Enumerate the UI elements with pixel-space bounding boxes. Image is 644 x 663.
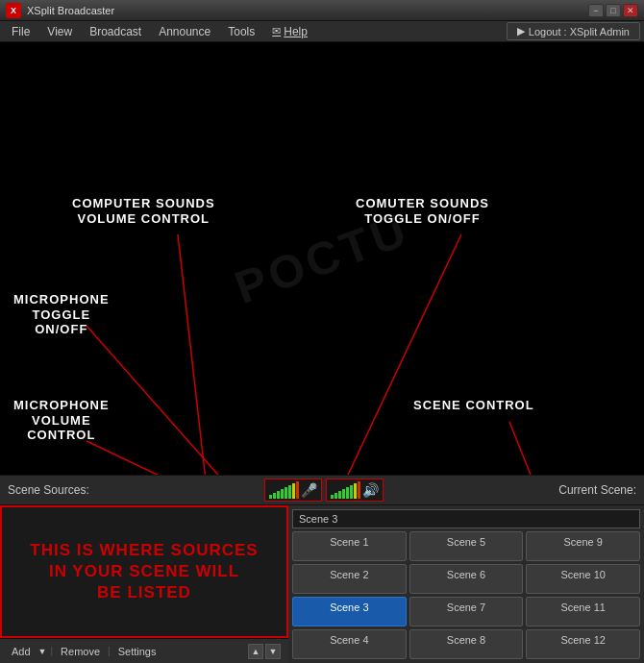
menu-help[interactable]: ✉ Help xyxy=(264,23,315,40)
title-bar: X XSplit Broadcaster − □ ✕ xyxy=(0,0,644,21)
scene-button-6[interactable]: Scene 10 xyxy=(526,564,640,594)
source-list-area: THIS IS WHERE SOURCESIN YOUR SCENE WILLB… xyxy=(0,505,288,638)
menu-announce[interactable]: Announce xyxy=(151,23,218,40)
vol-bar-3 xyxy=(277,491,280,499)
bottom-left-panel: THIS IS WHERE SOURCESIN YOUR SCENE WILLB… xyxy=(0,505,288,663)
annotation-scene-control: SCENE CONTROL xyxy=(413,398,534,413)
annotation-computer-sounds-toggle: COMUTER SOUNDSTOGGLE ON/OFF xyxy=(356,196,489,226)
vol-bar-7 xyxy=(292,483,295,499)
vol-bar-4 xyxy=(281,489,284,499)
scene-button-2[interactable]: Scene 5 xyxy=(409,531,524,561)
svol-bar-7 xyxy=(354,483,357,499)
scene-button-7[interactable]: Scene 3 xyxy=(292,597,407,626)
scene-button-1[interactable]: Scene 1 xyxy=(292,531,407,561)
logout-text: Logout : XSplit Admin xyxy=(529,26,630,37)
svol-bar-3 xyxy=(338,491,341,499)
vol-bar-2 xyxy=(273,493,276,499)
logout-icon: ▶ xyxy=(517,25,525,37)
control-bar: Scene Sources: 🎤 xyxy=(0,475,644,505)
scroll-buttons: ▲ ▼ xyxy=(248,644,281,659)
microphone-icon[interactable]: 🎤 xyxy=(301,482,317,498)
current-scene-label: Current Scene: xyxy=(558,483,636,497)
menu-items: File View Broadcast Announce Tools ✉ Hel… xyxy=(4,23,315,40)
mic-volume-bars xyxy=(269,481,299,499)
settings-button[interactable]: Settings xyxy=(114,645,161,658)
scene-button-5[interactable]: Scene 6 xyxy=(409,564,524,594)
scene-button-3[interactable]: Scene 9 xyxy=(526,531,640,561)
menu-broadcast[interactable]: Broadcast xyxy=(82,23,149,40)
scene-button-11[interactable]: Scene 8 xyxy=(409,629,524,659)
vol-bar-5 xyxy=(285,487,287,499)
menu-view[interactable]: View xyxy=(39,23,80,40)
menu-tools[interactable]: Tools xyxy=(220,23,262,40)
scene-button-9[interactable]: Scene 11 xyxy=(526,597,640,626)
annotation-mic-volume: MICROPHONEVOLUMECONTROL xyxy=(13,398,110,443)
title-bar-left: X XSplit Broadcaster xyxy=(6,3,114,18)
annotation-mic-toggle: MICROPHONETOGGLEON/OFF xyxy=(13,292,110,337)
scenes-grid: Scene 1Scene 5Scene 9Scene 2Scene 6Scene… xyxy=(292,531,640,659)
source-footer: Add ▼ | Remove | Settings ▲ ▼ xyxy=(0,638,288,663)
svg-line-0 xyxy=(178,234,207,475)
app-icon: X xyxy=(6,3,21,18)
remove-button[interactable]: Remove xyxy=(57,645,104,658)
volume-controls: 🎤 🔊 xyxy=(264,479,384,502)
title-text: XSplit Broadcaster xyxy=(27,5,114,16)
annotation-computer-sounds-volume: COMPUTER SOUNDSVOLUME CONTROL xyxy=(72,196,215,226)
svg-line-3 xyxy=(87,441,187,475)
svg-line-4 xyxy=(509,422,557,475)
current-scene-row xyxy=(292,509,640,528)
vol-bar-8 xyxy=(296,481,299,499)
microphone-volume-group: 🎤 xyxy=(264,479,322,502)
menu-bar: File View Broadcast Announce Tools ✉ Hel… xyxy=(0,21,644,42)
source-list-message: THIS IS WHERE SOURCESIN YOUR SCENE WILLB… xyxy=(20,530,267,613)
vol-bar-6 xyxy=(288,485,291,499)
svol-bar-1 xyxy=(331,495,334,499)
vol-bar-1 xyxy=(269,495,272,499)
add-dropdown-arrow[interactable]: ▼ xyxy=(38,647,47,656)
scroll-down-button[interactable]: ▼ xyxy=(265,644,281,659)
svol-bar-5 xyxy=(346,487,349,499)
logout-button[interactable]: ▶ Logout : XSplit Admin xyxy=(507,22,640,40)
speaker-icon[interactable]: 🔊 xyxy=(362,482,379,498)
bottom-panel: THIS IS WHERE SOURCESIN YOUR SCENE WILLB… xyxy=(0,505,644,663)
computer-sounds-volume-group: 🔊 xyxy=(326,479,384,502)
speaker-volume-bars xyxy=(331,481,360,499)
title-controls: − □ ✕ xyxy=(588,4,638,17)
maximize-button[interactable]: □ xyxy=(606,4,621,17)
scene-sources-label: Scene Sources: xyxy=(8,483,89,497)
minimize-button[interactable]: − xyxy=(588,4,604,17)
scroll-up-button[interactable]: ▲ xyxy=(248,644,263,659)
preview-area: POCTU COMPUTER SOUNDSVOLUME CONTROL COMU… xyxy=(0,42,644,475)
svol-bar-8 xyxy=(358,481,360,499)
scene-button-4[interactable]: Scene 2 xyxy=(292,564,407,594)
scene-button-10[interactable]: Scene 4 xyxy=(292,629,407,659)
svol-bar-2 xyxy=(334,493,337,499)
right-panel: Scene 1Scene 5Scene 9Scene 2Scene 6Scene… xyxy=(288,505,644,663)
menu-file[interactable]: File xyxy=(4,23,37,40)
add-button[interactable]: Add xyxy=(8,645,35,658)
close-button[interactable]: ✕ xyxy=(623,4,638,17)
scene-button-8[interactable]: Scene 7 xyxy=(409,597,524,626)
current-scene-input[interactable] xyxy=(292,509,640,528)
scene-button-12[interactable]: Scene 12 xyxy=(526,629,640,659)
svol-bar-4 xyxy=(342,489,345,499)
svg-line-1 xyxy=(341,234,461,475)
svol-bar-6 xyxy=(350,485,353,499)
